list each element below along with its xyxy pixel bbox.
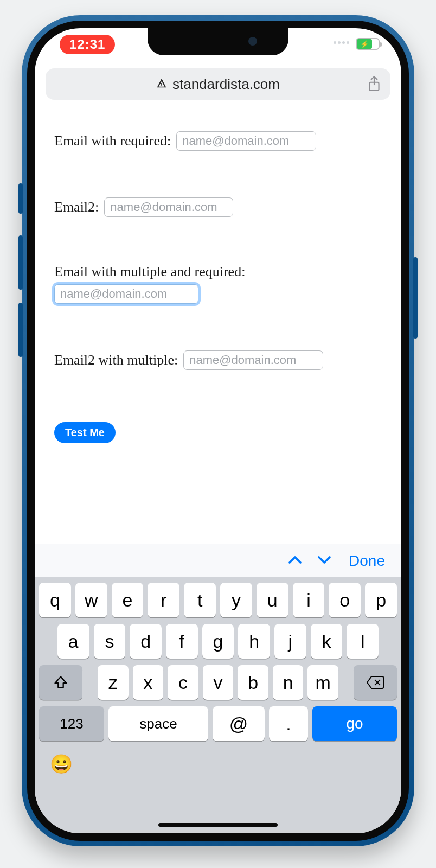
screen: 12:31 ⚡ standardista.com	[35, 28, 401, 833]
done-button[interactable]: Done	[349, 552, 385, 570]
field-label: Email2:	[54, 199, 99, 215]
key-a[interactable]: a	[57, 624, 89, 659]
key-h[interactable]: h	[238, 624, 270, 659]
field-email-required: Email with required:	[54, 131, 382, 151]
key-r[interactable]: r	[148, 583, 179, 617]
field-email2: Email2:	[54, 197, 382, 217]
key-w[interactable]: w	[75, 583, 107, 617]
status-clock: 12:31	[60, 35, 115, 54]
keyboard-row-2: a s d f g h j k l	[39, 624, 397, 659]
key-z[interactable]: z	[98, 665, 129, 700]
key-v[interactable]: v	[203, 665, 234, 700]
key-l[interactable]: l	[347, 624, 379, 659]
key-k[interactable]: k	[311, 624, 343, 659]
home-indicator[interactable]	[158, 823, 278, 827]
form-nav	[287, 552, 332, 570]
key-p[interactable]: p	[365, 583, 397, 617]
key-y[interactable]: y	[220, 583, 252, 617]
field-label: Email2 with multiple:	[54, 352, 178, 368]
email2-multiple-input[interactable]	[183, 350, 323, 370]
key-f[interactable]: f	[166, 624, 198, 659]
key-d[interactable]: d	[130, 624, 162, 659]
go-key[interactable]: go	[312, 706, 397, 741]
volume-down-button	[18, 303, 23, 357]
address-bar[interactable]: standardista.com	[46, 68, 390, 100]
keyboard-accessory-bar: Done	[35, 544, 401, 577]
key-m[interactable]: m	[307, 665, 338, 700]
keyboard-row-1: q w e r t y u i o p	[39, 583, 397, 617]
field-email-multiple-required: Email with multiple and required:	[54, 264, 382, 304]
key-c[interactable]: c	[168, 665, 198, 700]
key-g[interactable]: g	[202, 624, 234, 659]
keyboard-row-4: 123 space @ . go	[39, 706, 397, 741]
key-t[interactable]: t	[184, 583, 216, 617]
dot-key[interactable]: .	[269, 706, 308, 741]
backspace-key[interactable]	[354, 665, 397, 700]
key-s[interactable]: s	[94, 624, 126, 659]
key-e[interactable]: e	[112, 583, 144, 617]
key-j[interactable]: j	[274, 624, 306, 659]
shift-key[interactable]	[39, 665, 82, 700]
volume-up-button	[18, 235, 23, 290]
share-icon[interactable]	[367, 75, 382, 93]
silent-switch	[18, 183, 23, 214]
at-key[interactable]: @	[213, 706, 265, 741]
emoji-key[interactable]: 😀	[50, 753, 73, 775]
phone-frame: 12:31 ⚡ standardista.com	[22, 15, 414, 846]
key-q[interactable]: q	[39, 583, 71, 617]
email2-input[interactable]	[104, 197, 233, 217]
field-label: Email with required:	[54, 133, 171, 149]
charging-icon: ⚡	[360, 41, 369, 48]
previous-field-icon[interactable]	[287, 552, 303, 570]
toolbar-divider	[35, 110, 401, 110]
not-secure-icon	[156, 78, 167, 91]
key-b[interactable]: b	[238, 665, 268, 700]
key-n[interactable]: n	[273, 665, 304, 700]
field-label: Email with multiple and required:	[54, 264, 382, 280]
keyboard: q w e r t y u i o p a s d f g h	[35, 577, 401, 833]
key-x[interactable]: x	[133, 665, 164, 700]
keyboard-row-3: z x c v b n m	[39, 665, 397, 700]
cellular-indicator	[334, 41, 349, 44]
key-i[interactable]: i	[293, 583, 325, 617]
power-button	[413, 257, 418, 339]
key-o[interactable]: o	[329, 583, 361, 617]
test-me-button[interactable]: Test Me	[54, 422, 116, 443]
battery-indicator: ⚡	[356, 38, 380, 50]
email-required-input[interactable]	[176, 131, 316, 151]
next-field-icon[interactable]	[316, 552, 332, 570]
notch	[148, 28, 288, 55]
space-key[interactable]: space	[108, 706, 208, 741]
field-email2-multiple: Email2 with multiple:	[54, 350, 382, 370]
email-multiple-required-input[interactable]	[54, 284, 198, 304]
numbers-key[interactable]: 123	[39, 706, 104, 741]
address-domain: standardista.com	[172, 76, 280, 93]
key-u[interactable]: u	[257, 583, 288, 617]
